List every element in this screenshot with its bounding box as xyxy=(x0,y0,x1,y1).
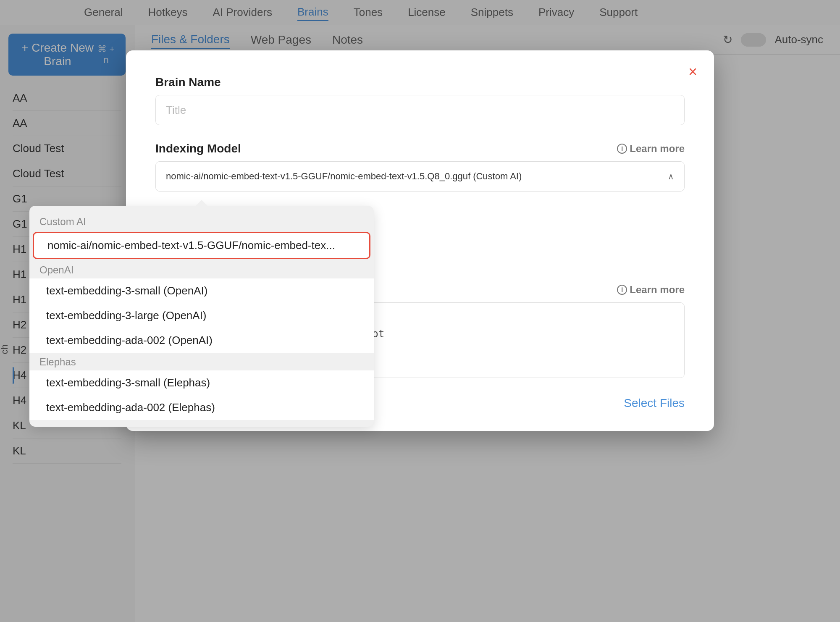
info-icon-indexing: i xyxy=(617,144,627,154)
dropdown-item-elephas-ada[interactable]: text-embedding-ada-002 (Elephas) xyxy=(29,395,374,420)
dropdown-item-openai-small[interactable]: text-embedding-3-small (OpenAI) xyxy=(29,278,374,303)
indexing-model-learn-more[interactable]: i Learn more xyxy=(617,143,685,155)
dropdown-item-nomic[interactable]: nomic-ai/nomic-embed-text-v1.5-GGUF/nomi… xyxy=(33,232,370,259)
brain-name-section: Brain Name xyxy=(155,76,685,125)
system-message-learn-more[interactable]: i Learn more xyxy=(617,284,685,296)
modal-close-button[interactable]: × xyxy=(688,63,697,81)
dropdown-group-elephas: Elephas xyxy=(29,353,374,370)
brain-name-input[interactable] xyxy=(155,95,685,125)
dropdown-item-elephas-small[interactable]: text-embedding-3-small (Elephas) xyxy=(29,370,374,395)
brain-name-label: Brain Name xyxy=(155,76,685,89)
indexing-model-dropdown: Custom AI nomic-ai/nomic-embed-text-v1.5… xyxy=(29,206,374,427)
indexing-model-label: Indexing Model i Learn more xyxy=(155,142,685,155)
info-icon-system: i xyxy=(617,285,627,295)
dropdown-group-custom-ai: Custom AI xyxy=(29,213,374,230)
dropdown-item-openai-large[interactable]: text-embedding-3-large (OpenAI) xyxy=(29,303,374,328)
chevron-up-icon: ∧ xyxy=(668,171,674,181)
dropdown-item-openai-ada[interactable]: text-embedding-ada-002 (OpenAI) xyxy=(29,328,374,353)
indexing-model-section: Indexing Model i Learn more nomic-ai/nom… xyxy=(155,142,685,192)
indexing-model-select[interactable]: nomic-ai/nomic-embed-text-v1.5-GGUF/nomi… xyxy=(155,161,685,192)
select-files-button[interactable]: Select Files xyxy=(624,396,685,410)
dropdown-triangle xyxy=(196,200,207,206)
dropdown-group-openai: OpenAI xyxy=(29,261,374,278)
indexing-model-value: nomic-ai/nomic-embed-text-v1.5-GGUF/nomi… xyxy=(166,171,522,182)
